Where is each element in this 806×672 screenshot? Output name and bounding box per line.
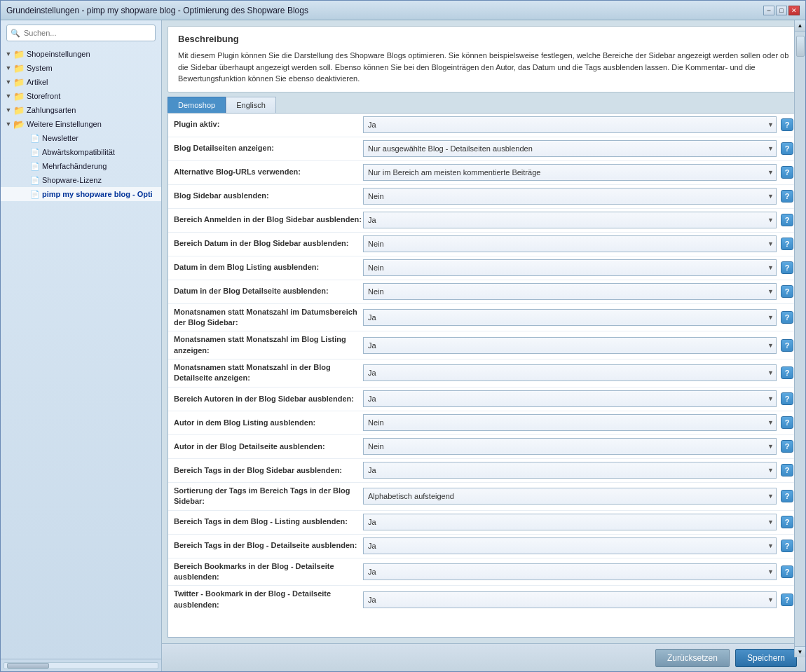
help-button-bookmarks-detailseite[interactable]: ?	[781, 565, 793, 578]
file-icon: 📄	[30, 162, 40, 171]
sidebar-item-shopeinstellungen[interactable]: ▼ 📁 Shopeinstellungen	[1, 47, 161, 61]
sidebar-item-label: Mehrfachänderung	[42, 162, 107, 170]
help-button-plugin-aktiv[interactable]: ?	[781, 118, 793, 131]
select-wrapper-twitter-bookmark: JaNein ▼	[363, 591, 777, 608]
form-label-sidebar-ausblenden: Blog Sidebar ausblenden:	[174, 191, 363, 201]
select-monatsnamen-detailseite[interactable]: JaNein	[363, 364, 777, 381]
select-autor-detailseite[interactable]: NeinJa	[363, 438, 777, 455]
help-button-blog-detailseiten[interactable]: ?	[781, 142, 793, 155]
search-icon: 🔍	[11, 29, 20, 38]
hscroll-track[interactable]	[4, 662, 158, 669]
select-bookmarks-detailseite[interactable]: JaNein	[363, 563, 777, 580]
select-datum-listing[interactable]: NeinJa	[363, 259, 777, 276]
close-button[interactable]: ✕	[788, 6, 800, 15]
help-button-alternative-urls[interactable]: ?	[781, 166, 793, 179]
help-button-datum-detailseite[interactable]: ?	[781, 285, 793, 298]
help-button-autor-listing[interactable]: ?	[781, 416, 793, 429]
select-wrapper-autoren-sidebar: JaNein ▼	[363, 390, 777, 407]
form-row-sidebar-ausblenden: Blog Sidebar ausblenden: NeinJa ▼ ?	[168, 185, 799, 209]
select-autor-listing[interactable]: NeinJa	[363, 414, 777, 431]
select-tags-detailseite[interactable]: JaNein	[363, 537, 777, 554]
form-label-autor-listing: Autor in dem Blog Listing ausblenden:	[174, 418, 363, 428]
form-row-monatsnamen-detailseite: Monatsnamen statt Monatszahl in der Blog…	[168, 359, 799, 388]
main-area: 🔍 ▼ 📁 Shopeinstellungen ▼ 📁 System ▼ �	[1, 20, 805, 671]
select-datum-sidebar[interactable]: NeinJa	[363, 235, 777, 252]
folder-icon: 📁	[13, 49, 25, 59]
folder-icon: 📁	[13, 77, 25, 87]
form-row-monatsnamen-sidebar: Monatsnamen statt Monatszahl im Datumsbe…	[168, 304, 799, 332]
select-autoren-sidebar[interactable]: JaNein	[363, 390, 777, 407]
help-button-anmelden-sidebar[interactable]: ?	[781, 214, 793, 226]
sidebar-item-pimp-blog[interactable]: 📄 pimp my shopware blog - Opti	[1, 187, 161, 201]
form-label-tags-listing: Bereich Tags in dem Blog - Listing ausbl…	[174, 516, 363, 527]
select-wrapper-datum-listing: NeinJa ▼	[363, 259, 777, 276]
sidebar-item-zahlungsarten[interactable]: ▼ 📁 Zahlungsarten	[1, 103, 161, 117]
select-datum-detailseite[interactable]: NeinJa	[363, 283, 777, 300]
sidebar-item-label: Newsletter	[42, 134, 78, 142]
select-plugin-aktiv[interactable]: JaNein	[363, 116, 777, 133]
sidebar-item-shopware-lizenz[interactable]: 📄 Shopware-Lizenz	[1, 173, 161, 187]
sidebar-item-newsletter[interactable]: 📄 Newsletter	[1, 131, 161, 145]
help-button-monatsnamen-detailseite[interactable]: ?	[781, 366, 793, 379]
sidebar-item-abwaerts[interactable]: 📄 Abwärtskompatibilität	[1, 145, 161, 159]
sidebar-item-artikel[interactable]: ▼ 📁 Artikel	[1, 75, 161, 89]
description-text: Mit diesem Plugin können Sie die Darstel…	[178, 50, 789, 85]
form-control-tags-listing: JaNein ▼ ?	[363, 514, 793, 530]
tab-demoshop[interactable]: Demoshop	[168, 97, 226, 113]
form-row-datum-sidebar: Bereich Datum in der Blog Sidebar ausble…	[168, 233, 799, 256]
sidebar-item-mehrfach[interactable]: 📄 Mehrfachänderung	[1, 159, 161, 173]
search-input[interactable]	[6, 25, 156, 41]
form-row-tags-sidebar: Bereich Tags in der Blog Sidebar ausblen…	[168, 459, 799, 483]
select-monatsnamen-sidebar[interactable]: JaNein	[363, 309, 777, 326]
help-button-tags-listing[interactable]: ?	[781, 516, 793, 528]
reset-button[interactable]: Zurücksetzen	[655, 649, 730, 667]
select-tags-sidebar[interactable]: JaNein	[363, 462, 777, 479]
folder-open-icon: 📂	[13, 119, 25, 129]
form-row-twitter-bookmark: Twitter - Bookmark in der Blog - Details…	[168, 586, 799, 613]
select-alternative-urls[interactable]: Nur im Bereich am meisten kommentierte B…	[363, 164, 777, 181]
help-button-tags-detailseite[interactable]: ?	[781, 540, 793, 552]
sidebar-item-system[interactable]: ▼ 📁 System	[1, 61, 161, 75]
help-button-autoren-sidebar[interactable]: ?	[781, 392, 793, 405]
tab-englisch[interactable]: Englisch	[226, 97, 276, 113]
sidebar: 🔍 ▼ 📁 Shopeinstellungen ▼ 📁 System ▼ �	[1, 20, 162, 671]
help-button-twitter-bookmark[interactable]: ?	[781, 594, 793, 606]
select-wrapper-monatsnamen-sidebar: JaNein ▼	[363, 309, 777, 326]
select-wrapper-autor-detailseite: NeinJa ▼	[363, 438, 777, 455]
select-twitter-bookmark[interactable]: JaNein	[363, 591, 777, 608]
select-monatsnamen-listing[interactable]: JaNein	[363, 337, 777, 354]
sidebar-hscroll[interactable]	[1, 659, 161, 671]
sidebar-item-storefront[interactable]: ▼ 📁 Storefront	[1, 89, 161, 103]
minimize-button[interactable]: –	[763, 6, 774, 15]
help-button-datum-sidebar[interactable]: ?	[781, 238, 793, 250]
select-tags-listing[interactable]: JaNein	[363, 514, 777, 530]
select-wrapper-sidebar-ausblenden: NeinJa ▼	[363, 188, 777, 205]
help-button-sidebar-ausblenden[interactable]: ?	[781, 190, 793, 203]
help-button-monatsnamen-listing[interactable]: ?	[781, 339, 793, 352]
folder-icon: 📁	[13, 105, 25, 115]
scroll-up-button[interactable]: ▲	[795, 20, 805, 32]
sidebar-item-label: Shopware-Lizenz	[42, 176, 102, 184]
select-anmelden-sidebar[interactable]: JaNein	[363, 212, 777, 228]
help-button-autor-detailseite[interactable]: ?	[781, 440, 793, 453]
form-row-autor-detailseite: Autor in der Blog Detailseite ausblenden…	[168, 435, 799, 459]
maximize-button[interactable]: □	[776, 6, 787, 15]
form-label-monatsnamen-sidebar: Monatsnamen statt Monatszahl im Datumsbe…	[174, 307, 363, 329]
help-button-datum-listing[interactable]: ?	[781, 261, 793, 274]
select-sidebar-ausblenden[interactable]: NeinJa	[363, 188, 777, 205]
select-sortierung-tags[interactable]: Alphabetisch aufsteigend Alphabetisch ab…	[363, 488, 777, 505]
help-button-sortierung-tags[interactable]: ?	[781, 490, 793, 502]
vertical-scrollbar[interactable]: ▲ ▼	[794, 20, 805, 657]
select-blog-detailseiten[interactable]: Nur ausgewählte Blog - Detailseiten ausb…	[363, 140, 777, 157]
hscroll-thumb[interactable]	[7, 663, 49, 668]
form-label-twitter-bookmark: Twitter - Bookmark in der Blog - Details…	[174, 589, 363, 610]
sidebar-item-weitere-einstellungen[interactable]: ▼ 📂 Weitere Einstellungen	[1, 117, 161, 131]
scroll-down-button[interactable]: ▼	[795, 646, 805, 657]
form-label-monatsnamen-listing: Monatsnamen statt Monatszahl im Blog Lis…	[174, 334, 363, 356]
save-button[interactable]: Speichern	[735, 649, 797, 667]
help-button-monatsnamen-sidebar[interactable]: ?	[781, 311, 793, 324]
scroll-thumb[interactable]	[796, 36, 805, 57]
form-label-autor-detailseite: Autor in der Blog Detailseite ausblenden…	[174, 441, 363, 452]
help-button-tags-sidebar[interactable]: ?	[781, 464, 793, 476]
sidebar-item-label: Storefront	[27, 92, 60, 100]
